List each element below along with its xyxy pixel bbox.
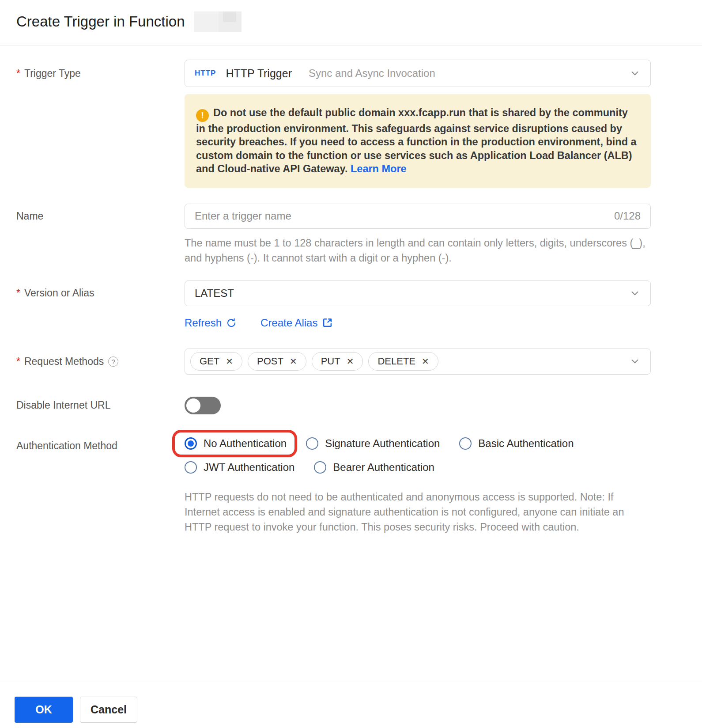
required-marker: *: [16, 356, 20, 368]
request-methods-select[interactable]: GET ✕ POST ✕ PUT ✕ DELETE: [185, 349, 651, 375]
radio-label: Bearer Authentication: [333, 461, 434, 474]
external-link-icon: [322, 317, 333, 328]
toggle-knob: [186, 398, 200, 413]
disable-internet-url-label: Disable Internet URL: [16, 399, 111, 411]
radio-unselected-icon: [314, 461, 326, 474]
method-tag-post: POST ✕: [248, 352, 306, 371]
warning-icon: !: [196, 109, 209, 122]
disable-internet-url-toggle[interactable]: [185, 397, 221, 414]
request-methods-row: * Request Methods ? GET ✕ POST ✕: [0, 349, 702, 375]
required-marker: *: [16, 287, 20, 299]
radio-label: Signature Authentication: [325, 437, 440, 450]
refresh-link[interactable]: Refresh: [185, 317, 237, 329]
radio-bearer-authentication[interactable]: Bearer Authentication: [314, 461, 434, 474]
create-trigger-dialog: Create Trigger in Function * Trigger Typ…: [0, 0, 702, 728]
ok-button[interactable]: OK: [15, 697, 73, 723]
cancel-button[interactable]: Cancel: [80, 697, 137, 723]
method-tag-label: PUT: [321, 356, 340, 367]
create-alias-link[interactable]: Create Alias: [260, 317, 333, 329]
dialog-footer: OK Cancel: [0, 680, 702, 728]
page-title: Create Trigger in Function: [16, 13, 185, 30]
remove-tag-icon[interactable]: ✕: [422, 356, 429, 367]
remove-tag-icon[interactable]: ✕: [290, 356, 297, 367]
radio-unselected-icon: [185, 461, 197, 474]
refresh-link-label: Refresh: [185, 317, 222, 329]
dialog-header: Create Trigger in Function: [0, 0, 702, 46]
remove-tag-icon[interactable]: ✕: [347, 356, 354, 367]
method-tag-label: DELETE: [377, 356, 415, 367]
radio-no-authentication[interactable]: No Authentication: [185, 437, 287, 450]
learn-more-link[interactable]: Learn More: [351, 163, 407, 174]
chevron-down-icon: [629, 68, 641, 79]
name-row: Name 0/128 The name must be 1 to 128 cha…: [0, 204, 702, 265]
radio-label: JWT Authentication: [204, 461, 294, 474]
disable-internet-url-row: Disable Internet URL: [0, 397, 702, 414]
radio-unselected-icon: [459, 437, 472, 450]
chevron-down-icon: [629, 288, 641, 299]
char-counter: 0/128: [614, 210, 641, 222]
help-question-icon[interactable]: ?: [108, 356, 118, 367]
version-select[interactable]: LATEST: [185, 281, 651, 306]
authentication-help-text: HTTP requests do not need to be authenti…: [185, 489, 646, 535]
authentication-method-row: Authentication Method No Authentication …: [0, 437, 702, 535]
trigger-type-label: Trigger Type: [24, 68, 81, 80]
authentication-method-label: Authentication Method: [16, 440, 117, 452]
radio-basic-authentication[interactable]: Basic Authentication: [459, 437, 574, 450]
method-tag-label: GET: [200, 356, 219, 367]
method-tag-label: POST: [257, 356, 283, 367]
trigger-type-value: HTTP Trigger: [226, 67, 292, 80]
method-tag-get: GET ✕: [190, 352, 242, 371]
name-help-text: The name must be 1 to 128 characters in …: [185, 235, 653, 265]
request-methods-label: Request Methods: [24, 356, 104, 368]
required-marker: *: [16, 68, 20, 80]
chevron-down-icon: [629, 356, 641, 367]
create-alias-link-label: Create Alias: [260, 317, 317, 329]
version-value: LATEST: [195, 287, 234, 300]
radio-jwt-authentication[interactable]: JWT Authentication: [185, 461, 294, 474]
trigger-name-input[interactable]: [195, 210, 607, 222]
radio-label: Basic Authentication: [478, 437, 574, 450]
method-tag-put: PUT ✕: [312, 352, 363, 371]
trigger-type-description: Sync and Async Invocation: [309, 67, 435, 80]
version-row: * Version or Alias LATEST Refresh: [0, 281, 702, 329]
radio-selected-icon: [185, 437, 197, 450]
name-label: Name: [16, 210, 43, 222]
trigger-type-select[interactable]: HTTP HTTP Trigger Sync and Async Invocat…: [185, 60, 651, 87]
remove-tag-icon[interactable]: ✕: [226, 356, 233, 367]
warning-row: !Do not use the default public domain xx…: [0, 94, 702, 188]
method-tag-delete: DELETE ✕: [368, 352, 438, 371]
refresh-icon: [226, 318, 237, 328]
radio-label: No Authentication: [204, 437, 287, 450]
warning-text: Do not use the default public domain xxx…: [196, 107, 637, 174]
version-label: Version or Alias: [24, 287, 94, 299]
trigger-type-row: * Trigger Type HTTP HTTP Trigger Sync an…: [0, 60, 702, 87]
radio-unselected-icon: [306, 437, 318, 450]
trigger-name-field: 0/128: [185, 204, 651, 229]
radio-signature-authentication[interactable]: Signature Authentication: [306, 437, 440, 450]
warning-banner: !Do not use the default public domain xx…: [185, 94, 651, 188]
redacted-function-name: [194, 11, 242, 32]
http-badge-icon: HTTP: [195, 69, 216, 78]
